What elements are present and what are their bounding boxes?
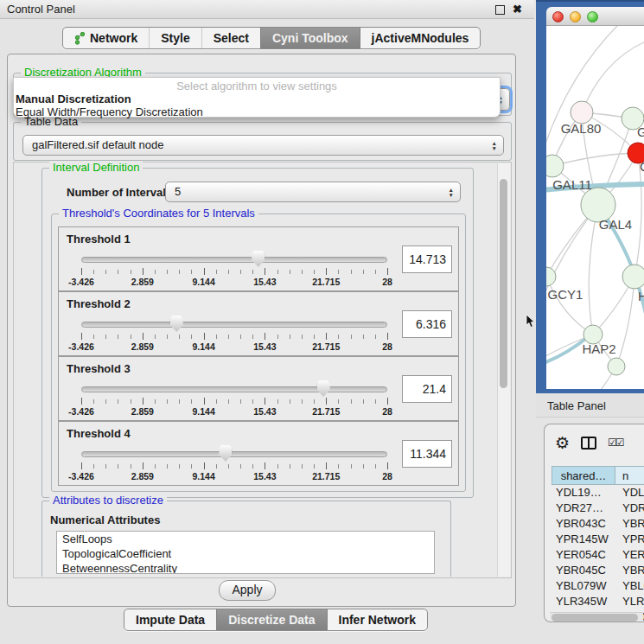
- table-horizontal-scrollbar[interactable]: [550, 612, 643, 622]
- number-of-intervals-combo[interactable]: 5 ▲▼: [165, 182, 461, 202]
- attribute-item[interactable]: SelfLoops: [57, 532, 434, 546]
- slider-thumb[interactable]: [219, 445, 232, 462]
- attribute-item[interactable]: TopologicalCoefficient: [57, 546, 434, 561]
- close-traffic-light[interactable]: [552, 11, 564, 22]
- table-cell[interactable]: YER0: [615, 547, 644, 563]
- slider-track[interactable]: [81, 322, 387, 328]
- network-graph: GAL80GCGAL11GAL4GCY1HHAP2: [546, 26, 644, 389]
- table-row[interactable]: YLR345WYLR3: [552, 594, 644, 609]
- threshold-slider[interactable]: -3.4262.8599.14415.4321.71528: [81, 252, 387, 288]
- table-row[interactable]: YBR045CYBR0: [552, 563, 644, 578]
- number-of-intervals-label: Number of Intervals: [67, 186, 172, 199]
- tab-style[interactable]: Style: [149, 28, 201, 48]
- network-node-label: C: [640, 159, 644, 174]
- apply-button[interactable]: Apply: [219, 580, 276, 601]
- slider-track[interactable]: [81, 257, 387, 263]
- slider-thumb[interactable]: [252, 251, 265, 267]
- network-node[interactable]: [622, 265, 644, 289]
- slider-track[interactable]: [81, 386, 387, 392]
- table-cell[interactable]: YBL0: [615, 578, 644, 594]
- tab-discretize-data[interactable]: Discretize Data: [216, 609, 326, 630]
- table-column-header[interactable]: n: [615, 466, 644, 485]
- table-row[interactable]: YBL079WYBL0: [552, 578, 644, 594]
- threshold-value-field[interactable]: 14.713: [402, 245, 452, 273]
- table-cell[interactable]: YER054C: [552, 547, 615, 563]
- tick-label: 21.715: [312, 406, 340, 417]
- dropdown-item-equal-width[interactable]: Equal Width/Frequency Discretization: [14, 105, 500, 118]
- slider-thumb[interactable]: [170, 316, 183, 332]
- table-cell[interactable]: YBR0: [615, 563, 644, 578]
- table-cell[interactable]: YLR3: [615, 594, 644, 609]
- table-cell[interactable]: YLR345W: [552, 594, 615, 609]
- table-cell[interactable]: YBL079W: [552, 578, 615, 594]
- threshold-slider[interactable]: -3.4262.8599.14415.4321.71528: [81, 316, 387, 353]
- mouse-cursor: [526, 315, 536, 328]
- table-cell[interactable]: YDL19…: [552, 485, 615, 501]
- table-cell[interactable]: YBR043C: [552, 516, 615, 532]
- threshold-row: Threshold 3-3.4262.8599.14415.4321.71528…: [58, 356, 459, 421]
- tab-cyni-toolbox[interactable]: Cyni Toolbox: [260, 28, 360, 48]
- numerical-attributes-label: Numerical Attributes: [50, 513, 160, 526]
- table-cell[interactable]: YPR1: [615, 532, 644, 547]
- slider-track[interactable]: [81, 451, 387, 457]
- table-panel-window: ⚙ ☑☑ shared…n YDL19…YDL1YDR27…YDR2YBR043…: [544, 424, 644, 622]
- network-node[interactable]: [608, 358, 625, 375]
- node-table: shared…n YDL19…YDL1YDR27…YDR2YBR043CYBR0…: [552, 466, 644, 622]
- threshold-value-field[interactable]: 6.316: [402, 310, 452, 338]
- dropdown-item-manual[interactable]: Manual Discretization: [14, 92, 500, 105]
- select-columns-checkboxes-icon[interactable]: ☑☑: [608, 437, 623, 449]
- columns-icon[interactable]: [581, 437, 596, 450]
- attribute-item[interactable]: BetweennessCentrality: [57, 561, 434, 574]
- tab-jactivemnodules[interactable]: jActiveMNodules: [360, 28, 481, 48]
- tab-select[interactable]: Select: [201, 28, 260, 48]
- tick-label: 9.144: [192, 471, 214, 481]
- tick-label: -3.426: [68, 341, 94, 352]
- table-data-combo[interactable]: galFiltered.sif default node ▲▼: [22, 135, 504, 156]
- tab-infer-network[interactable]: Infer Network: [327, 609, 427, 630]
- float-icon[interactable]: [495, 5, 505, 15]
- network-canvas[interactable]: GAL80GCGAL11GAL4GCY1HHAP2: [546, 26, 644, 389]
- table-cell[interactable]: YBR0: [615, 516, 644, 532]
- table-column-header[interactable]: shared…: [552, 466, 615, 485]
- network-node[interactable]: [546, 267, 556, 286]
- threshold-slider[interactable]: -3.4262.8599.14415.4321.71528: [81, 381, 387, 418]
- tick-label: 9.144: [192, 406, 214, 417]
- table-cell[interactable]: YDL1: [615, 485, 644, 501]
- threshold-value-field[interactable]: 21.4: [402, 375, 452, 403]
- network-node-label: GAL80: [561, 121, 602, 136]
- network-window-titlebar[interactable]: [546, 7, 644, 26]
- table-row[interactable]: YDL19…YDL1: [552, 485, 644, 501]
- tick-label: 28: [382, 277, 392, 287]
- table-row[interactable]: YDR27…YDR2: [552, 501, 644, 516]
- slider-thumb[interactable]: [317, 380, 330, 397]
- table-cell[interactable]: YBR045C: [552, 563, 615, 578]
- scrollbar-thumb[interactable]: [500, 179, 507, 388]
- zoom-traffic-light[interactable]: [587, 11, 598, 22]
- table-row[interactable]: YER054CYER0: [552, 547, 644, 563]
- threshold-slider[interactable]: -3.4262.8599.14415.4321.71528: [81, 446, 387, 482]
- tab-network[interactable]: Network: [63, 28, 149, 48]
- settings-vertical-scrollbar[interactable]: [497, 163, 510, 577]
- scrollbar-thumb[interactable]: [552, 614, 638, 622]
- slider-ticks: [81, 270, 387, 274]
- network-icon: [74, 32, 86, 45]
- table-cell[interactable]: YPR145W: [552, 532, 615, 547]
- threshold-label: Threshold 3: [67, 362, 131, 375]
- table-row[interactable]: YBR043CYBR0: [552, 516, 644, 532]
- table-row[interactable]: YPR145WYPR1: [552, 532, 644, 547]
- tick-label: 21.715: [312, 471, 340, 481]
- tick-label: 15.43: [253, 341, 276, 352]
- table-cell[interactable]: YDR27…: [552, 501, 615, 516]
- tab-impute-data[interactable]: Impute Data: [124, 609, 216, 630]
- table-cell[interactable]: YDR2: [615, 501, 644, 516]
- threshold-value-field[interactable]: 11.344: [402, 440, 452, 468]
- number-of-intervals-value: 5: [175, 185, 181, 198]
- thresholds-group: Threshold's Coordinates for 5 Intervals …: [51, 214, 466, 492]
- gear-icon[interactable]: ⚙: [555, 435, 570, 451]
- minimize-traffic-light[interactable]: [570, 11, 581, 22]
- control-panel-titlebar: Control Panel ✖: [0, 0, 534, 19]
- network-node[interactable]: [546, 155, 564, 177]
- close-icon[interactable]: ✖: [513, 0, 522, 19]
- threshold-label: Threshold 4: [67, 427, 131, 440]
- numerical-attributes-list: SelfLoopsTopologicalCoefficientBetweenne…: [56, 531, 435, 574]
